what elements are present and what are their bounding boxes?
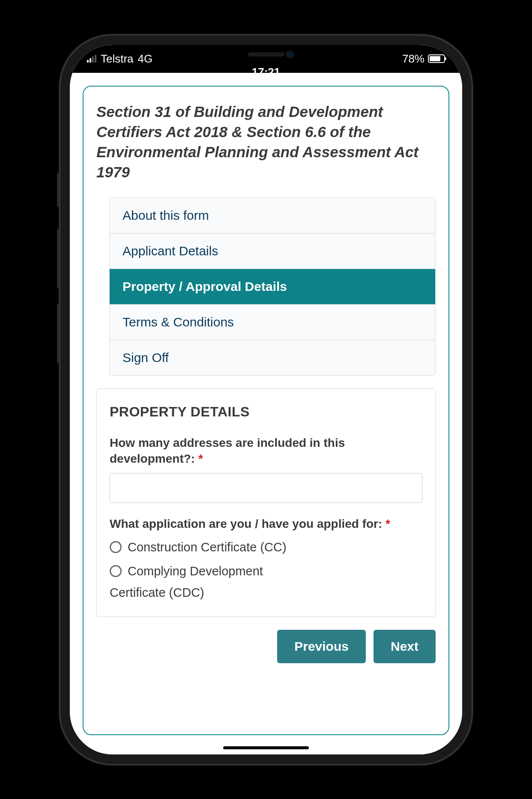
form-panel: Section 31 of Building and Development C… <box>83 86 449 735</box>
next-button[interactable]: Next <box>374 630 436 663</box>
signal-icon <box>87 55 96 63</box>
camera-icon <box>286 51 294 58</box>
details-title: PROPERTY DETAILS <box>110 404 422 420</box>
notch <box>202 45 330 64</box>
status-right: 78% <box>402 52 445 66</box>
speaker-icon <box>248 52 284 57</box>
required-mark-2: * <box>386 517 390 530</box>
radio-label-cdc-line2: Certificate (CDC) <box>110 584 422 601</box>
phone-screen: Telstra 4G 17:21 78% Section 31 of Build… <box>70 45 462 754</box>
nav-item-applicant[interactable]: Applicant Details <box>110 233 435 269</box>
required-mark: * <box>198 452 203 465</box>
nav-item-signoff[interactable]: Sign Off <box>110 340 435 375</box>
nav-list: About this form Applicant Details Proper… <box>109 198 436 376</box>
nav-item-property[interactable]: Property / Approval Details <box>110 269 435 305</box>
question-application-label: What application are you / have you appl… <box>110 516 422 532</box>
home-indicator[interactable] <box>223 746 309 749</box>
nav-item-terms[interactable]: Terms & Conditions <box>110 305 435 340</box>
radio-option-cc[interactable]: Construction Certificate (CC) <box>110 538 422 556</box>
radio-icon <box>110 541 122 553</box>
clock-label: 17:21 <box>252 66 281 79</box>
addresses-input[interactable] <box>110 473 422 503</box>
property-details-card: PROPERTY DETAILS How many addresses are … <box>96 389 436 617</box>
q1-text: How many addresses are included in this … <box>110 436 345 466</box>
radio-label-cc: Construction Certificate (CC) <box>128 538 287 556</box>
content-area: Section 31 of Building and Development C… <box>70 73 462 754</box>
battery-percent-label: 78% <box>402 52 424 66</box>
phone-frame: Telstra 4G 17:21 78% Section 31 of Build… <box>60 36 472 764</box>
status-left: Telstra 4G <box>87 52 152 66</box>
network-label: 4G <box>138 52 153 66</box>
previous-button[interactable]: Previous <box>277 630 366 663</box>
nav-item-about[interactable]: About this form <box>110 198 435 233</box>
question-addresses-label: How many addresses are included in this … <box>110 435 422 467</box>
carrier-label: Telstra <box>101 52 134 66</box>
radio-label-cdc-line1: Complying Development <box>128 562 263 580</box>
button-row: Previous Next <box>96 630 436 663</box>
q2-text: What application are you / have you appl… <box>110 517 386 530</box>
battery-icon <box>428 54 445 63</box>
radio-icon <box>110 565 122 577</box>
section-heading: Section 31 of Building and Development C… <box>96 102 436 183</box>
radio-option-cdc[interactable]: Complying Development <box>110 562 422 580</box>
